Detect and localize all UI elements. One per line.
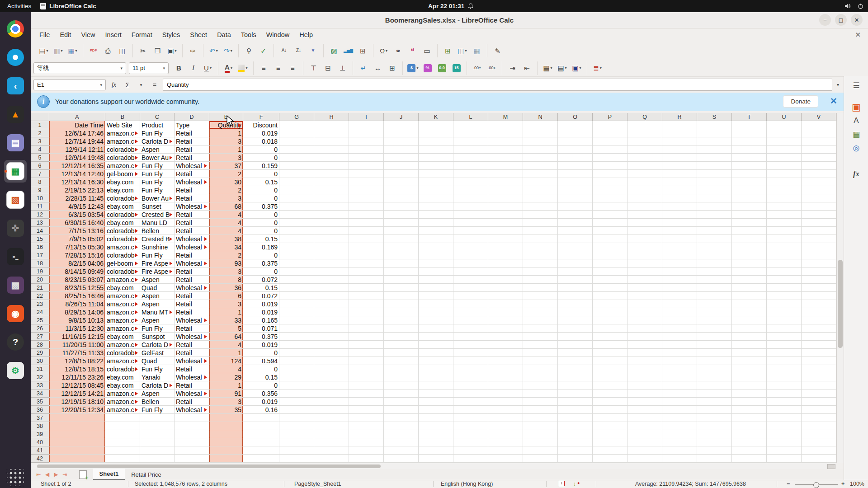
cell-K22[interactable] <box>419 292 453 300</box>
cell-D34[interactable]: Wholesal <box>175 389 209 398</box>
dock-terminal[interactable]: >_ <box>4 245 27 268</box>
cell-H19[interactable] <box>314 267 349 276</box>
insert-pivot-table-button[interactable]: ⊞ <box>356 44 369 57</box>
cell-D24[interactable]: Retail <box>175 308 209 316</box>
cell-V37[interactable] <box>802 414 836 422</box>
cell-I32[interactable] <box>349 373 384 381</box>
cell-C25[interactable]: Aspen <box>140 316 175 324</box>
cell-S12[interactable] <box>697 211 732 219</box>
cell-M8[interactable] <box>488 178 523 186</box>
row-header-32[interactable]: 32 <box>31 373 49 381</box>
sheet-tab-retail-price[interactable]: Retail Price <box>125 469 167 480</box>
cell-D28[interactable]: Retail <box>175 341 209 349</box>
cell-T31[interactable] <box>732 365 767 373</box>
cell-V29[interactable] <box>802 349 836 357</box>
cell-U3[interactable] <box>767 137 802 145</box>
define-print-area-button[interactable]: ▦ <box>470 44 483 57</box>
cell-I11[interactable] <box>349 202 384 211</box>
cell-A22[interactable]: 8/25/15 16:46 <box>49 292 105 300</box>
cell-B38[interactable] <box>105 422 140 430</box>
cell-Q36[interactable] <box>627 406 662 414</box>
cell-V39[interactable] <box>802 430 836 438</box>
cell-E25[interactable]: 33 <box>209 316 243 324</box>
cell-N35[interactable] <box>523 398 558 406</box>
cell-F34[interactable]: 0.356 <box>243 389 279 398</box>
cell-U7[interactable] <box>767 170 802 178</box>
cell-C1[interactable]: Product <box>140 121 175 129</box>
italic-button[interactable]: I <box>187 62 200 75</box>
cell-D32[interactable]: Wholesal <box>175 373 209 381</box>
cell-S42[interactable] <box>697 455 732 463</box>
cell-D6[interactable]: Wholesal <box>175 162 209 170</box>
cell-T3[interactable] <box>732 137 767 145</box>
cell-A25[interactable]: 9/8/15 10:13 <box>49 316 105 324</box>
cell-K25[interactable] <box>419 316 453 324</box>
column-header-D[interactable]: D <box>175 113 209 121</box>
cell-S32[interactable] <box>697 373 732 381</box>
cell-O7[interactable] <box>558 170 593 178</box>
next-sheet-icon[interactable]: ▶ <box>54 471 58 478</box>
cell-M35[interactable] <box>488 398 523 406</box>
cell-R18[interactable] <box>662 259 697 267</box>
cell-R20[interactable] <box>662 276 697 284</box>
cell-C2[interactable]: Fun Fly <box>140 129 175 137</box>
cell-O18[interactable] <box>558 259 593 267</box>
cell-O28[interactable] <box>558 341 593 349</box>
cell-K6[interactable] <box>419 162 453 170</box>
cell-F29[interactable]: 0 <box>243 349 279 357</box>
cell-A36[interactable]: 12/20/15 12:34 <box>49 406 105 414</box>
cell-N13[interactable] <box>523 219 558 227</box>
cell-K7[interactable] <box>419 170 453 178</box>
cell-D30[interactable]: Wholesal <box>175 357 209 365</box>
cell-T27[interactable] <box>732 333 767 341</box>
print-preview-button[interactable]: ◫ <box>116 44 129 57</box>
row-header-25[interactable]: 25 <box>31 316 49 324</box>
cell-B16[interactable]: amazon.c <box>105 243 140 251</box>
cell-Q17[interactable] <box>627 251 662 259</box>
cell-G2[interactable] <box>279 129 314 137</box>
cell-C10[interactable]: Bower Au <box>140 194 175 202</box>
cell-Q26[interactable] <box>627 324 662 333</box>
cell-C11[interactable]: Sunset <box>140 202 175 211</box>
cell-H29[interactable] <box>314 349 349 357</box>
cell-L7[interactable] <box>453 170 488 178</box>
cell-L22[interactable] <box>453 292 488 300</box>
cell-N9[interactable] <box>523 186 558 194</box>
cell-V14[interactable] <box>802 227 836 235</box>
cell-E16[interactable]: 34 <box>209 243 243 251</box>
cell-V16[interactable] <box>802 243 836 251</box>
row-header-29[interactable]: 29 <box>31 349 49 357</box>
cell-D13[interactable]: Retail <box>175 219 209 227</box>
cell-V33[interactable] <box>802 381 836 389</box>
cell-K3[interactable] <box>419 137 453 145</box>
cell-A40[interactable] <box>49 438 105 446</box>
cell-J25[interactable] <box>384 316 419 324</box>
cell-U12[interactable] <box>767 211 802 219</box>
cell-E34[interactable]: 91 <box>209 389 243 398</box>
cell-B22[interactable]: amazon.c <box>105 292 140 300</box>
cell-H38[interactable] <box>314 422 349 430</box>
cell-E28[interactable]: 4 <box>209 341 243 349</box>
cell-D26[interactable]: Retail <box>175 324 209 333</box>
cell-S2[interactable] <box>697 129 732 137</box>
cell-N28[interactable] <box>523 341 558 349</box>
cell-V25[interactable] <box>802 316 836 324</box>
cell-V19[interactable] <box>802 267 836 276</box>
cell-D20[interactable]: Retail <box>175 276 209 284</box>
cell-P5[interactable] <box>593 154 627 162</box>
cell-V26[interactable] <box>802 324 836 333</box>
cell-E7[interactable]: 2 <box>209 170 243 178</box>
clone-formatting-button[interactable]: ✑ <box>186 44 199 57</box>
bold-button[interactable]: B <box>172 62 185 75</box>
cell-Q29[interactable] <box>627 349 662 357</box>
cell-C20[interactable]: Aspen <box>140 276 175 284</box>
cell-E11[interactable]: 68 <box>209 202 243 211</box>
cell-N31[interactable] <box>523 365 558 373</box>
cell-K16[interactable] <box>419 243 453 251</box>
cell-T41[interactable] <box>732 446 767 455</box>
cell-J38[interactable] <box>384 422 419 430</box>
cell-I13[interactable] <box>349 219 384 227</box>
cell-B31[interactable]: coloradob <box>105 365 140 373</box>
cell-U26[interactable] <box>767 324 802 333</box>
cell-P19[interactable] <box>593 267 627 276</box>
